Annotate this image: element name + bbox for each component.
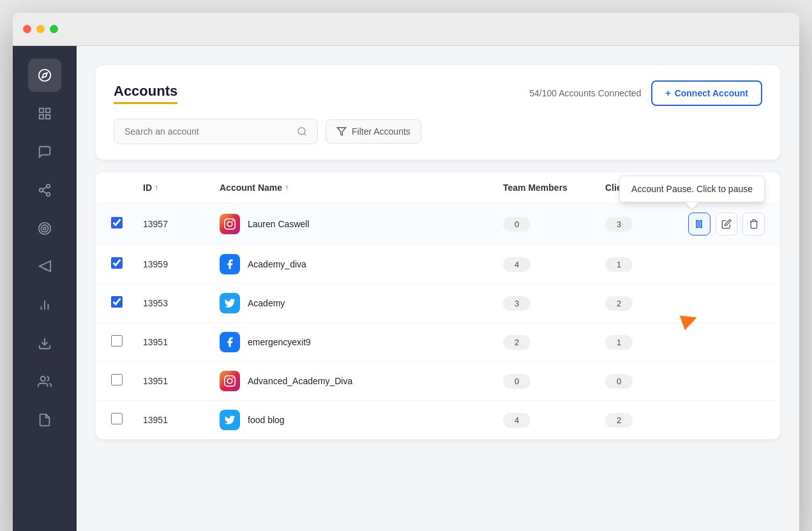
plus-icon: +: [665, 88, 670, 98]
row-checkbox-cell: [111, 217, 143, 231]
row-clients: 2: [605, 413, 688, 428]
row-name: food blog: [220, 410, 503, 430]
sidebar: [13, 46, 77, 531]
pause-button[interactable]: [688, 213, 710, 236]
col-id: ID ↑: [143, 183, 220, 193]
sidebar-item-documents[interactable]: [28, 403, 61, 437]
row-checkbox-cell: [111, 413, 143, 427]
table-row: 13953 Academy 3 2: [96, 284, 780, 323]
svg-rect-5: [40, 115, 43, 119]
tooltip-text: Account Pause. Click to pause: [631, 184, 753, 194]
row-team-members: 0: [503, 374, 605, 389]
table-row: 13951 emergencyexit9 2 1: [96, 323, 780, 362]
row-checkbox[interactable]: [111, 257, 123, 269]
search-input[interactable]: [124, 126, 290, 137]
tw-logo: [224, 297, 236, 309]
search-icon: [297, 126, 307, 137]
svg-point-16: [43, 227, 46, 230]
row-checkbox[interactable]: [111, 335, 123, 347]
col-account-name: Account Name ↑: [220, 183, 503, 193]
compass-icon: [38, 68, 52, 82]
sidebar-item-chat[interactable]: [28, 135, 61, 168]
accounts-count: 54/100 Accounts Connected: [529, 88, 641, 98]
row-name: Lauren Caswell: [220, 214, 503, 234]
svg-rect-3: [46, 108, 50, 112]
edit-button[interactable]: [716, 213, 738, 236]
table-row: 13959 Academy_diva 4 1: [96, 245, 780, 284]
file-icon: [38, 413, 52, 427]
svg-point-15: [41, 225, 49, 232]
main-content: Accounts 54/100 Accounts Connected + Con…: [77, 46, 799, 531]
svg-point-21: [41, 377, 45, 381]
row-checkbox[interactable]: [111, 296, 123, 308]
fb-logo: [224, 336, 236, 348]
row-checkbox-cell: [111, 296, 143, 310]
row-team-members: 2: [503, 335, 605, 350]
fb-logo: [224, 258, 236, 270]
message-icon: [38, 145, 52, 159]
row-checkbox[interactable]: [111, 413, 123, 424]
row-id: 13959: [143, 259, 220, 269]
clients-count-badge: 2: [605, 296, 633, 311]
svg-point-11: [47, 193, 50, 197]
ig-logo: [224, 218, 236, 230]
row-id: 13951: [143, 337, 220, 347]
sidebar-item-navigation[interactable]: [28, 59, 61, 92]
row-team-members: 4: [503, 257, 605, 272]
svg-point-0: [39, 70, 50, 81]
accounts-top-card: Accounts 54/100 Accounts Connected + Con…: [96, 65, 780, 160]
row-clients: 0: [605, 374, 688, 389]
svg-line-13: [43, 187, 47, 190]
team-count-badge: 0: [503, 217, 530, 232]
row-checkbox[interactable]: [111, 217, 123, 228]
table-row: 13951 Advanced_Academy_Diva 0 0: [96, 362, 780, 401]
row-checkbox-cell: [111, 257, 143, 271]
tw-logo: [224, 414, 236, 426]
delete-button[interactable]: [742, 213, 765, 236]
row-checkbox-cell: [111, 374, 143, 388]
close-button[interactable]: [23, 25, 31, 33]
svg-rect-4: [46, 115, 50, 119]
row-team-members: 0: [503, 217, 605, 232]
row-name: Academy: [220, 293, 503, 313]
search-box[interactable]: [114, 119, 318, 144]
row-clients: 2: [605, 296, 688, 311]
app-body: Accounts 54/100 Accounts Connected + Con…: [13, 46, 799, 531]
twitter-icon: [220, 293, 240, 313]
row-team-members: 4: [503, 413, 605, 428]
row-checkbox[interactable]: [111, 374, 123, 385]
id-sort-icon: ↑: [154, 183, 158, 192]
clients-count-badge: 2: [605, 413, 633, 428]
target-icon: [38, 221, 52, 236]
share-icon: [38, 183, 52, 197]
sidebar-item-analytics[interactable]: [28, 288, 61, 322]
row-clients: 3: [605, 217, 688, 232]
svg-point-9: [47, 184, 50, 188]
sidebar-item-network[interactable]: [28, 174, 61, 207]
sidebar-item-download[interactable]: [28, 327, 61, 360]
sidebar-item-dashboard[interactable]: [28, 97, 61, 130]
clients-count-badge: 1: [605, 335, 633, 350]
team-count-badge: 0: [503, 374, 530, 389]
clients-count-badge: 0: [605, 374, 633, 389]
filter-button[interactable]: Filter Accounts: [326, 119, 421, 144]
maximize-button[interactable]: [50, 25, 58, 33]
row-team-members: 3: [503, 296, 605, 311]
svg-marker-1: [42, 73, 47, 78]
header-right: 54/100 Accounts Connected + Connect Acco…: [529, 80, 762, 106]
bar-chart-icon: [38, 298, 52, 312]
minimize-button[interactable]: [36, 25, 45, 33]
connect-btn-label: Connect Account: [675, 88, 748, 98]
sidebar-item-users[interactable]: [28, 365, 61, 398]
sidebar-item-megaphone[interactable]: [28, 250, 61, 283]
connect-account-button[interactable]: + Connect Account: [651, 80, 762, 106]
instagram-icon: [220, 214, 240, 234]
svg-rect-2: [40, 108, 43, 112]
facebook-icon: [220, 332, 240, 352]
name-sort-icon: ↑: [285, 183, 289, 192]
download-icon: [38, 336, 52, 350]
sidebar-item-target[interactable]: [28, 212, 61, 245]
svg-line-23: [304, 133, 306, 135]
twitter-icon: [220, 410, 240, 430]
ig-logo: [224, 375, 236, 387]
